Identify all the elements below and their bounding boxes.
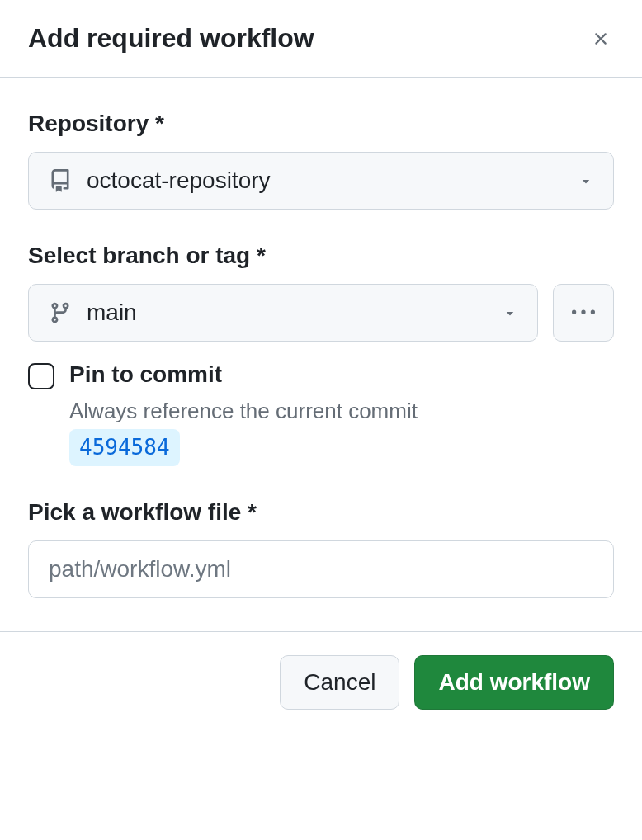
git-branch-icon xyxy=(49,301,72,324)
repository-label: Repository * xyxy=(28,111,614,137)
add-required-workflow-dialog: Add required workflow Repository * octoc… xyxy=(0,0,642,733)
repository-select[interactable]: octocat-repository xyxy=(28,152,614,210)
branch-select[interactable]: main xyxy=(28,284,538,342)
repository-value: octocat-repository xyxy=(87,168,564,194)
pin-to-commit-row: Pin to commit Always reference the curre… xyxy=(28,361,614,466)
branch-field: Select branch or tag * main xyxy=(28,243,614,466)
workflow-file-input[interactable] xyxy=(28,540,614,598)
repository-field: Repository * octocat-repository xyxy=(28,111,614,210)
add-workflow-button[interactable]: Add workflow xyxy=(414,655,614,710)
close-icon xyxy=(591,29,611,49)
workflow-file-field: Pick a workflow file * xyxy=(28,499,614,598)
caret-down-icon xyxy=(578,173,593,188)
branch-row: main xyxy=(28,284,614,342)
caret-down-icon xyxy=(503,305,517,320)
dialog-body: Repository * octocat-repository Select b… xyxy=(0,78,642,631)
workflow-file-label: Pick a workflow file * xyxy=(28,499,614,526)
pin-to-commit-content: Pin to commit Always reference the curre… xyxy=(69,361,614,466)
commit-sha-badge: 4594584 xyxy=(69,429,180,465)
cancel-button[interactable]: Cancel xyxy=(280,655,399,710)
dialog-footer: Cancel Add workflow xyxy=(0,631,642,733)
pin-description-text: Always reference the current commit xyxy=(69,399,418,423)
kebab-horizontal-icon xyxy=(572,301,595,324)
close-button[interactable] xyxy=(588,26,614,52)
branch-value: main xyxy=(87,300,488,326)
dialog-header: Add required workflow xyxy=(0,0,642,78)
branch-label: Select branch or tag * xyxy=(28,243,614,269)
branch-more-button[interactable] xyxy=(553,284,614,342)
dialog-title: Add required workflow xyxy=(28,23,314,54)
pin-to-commit-checkbox[interactable] xyxy=(28,363,54,389)
pin-to-commit-label: Pin to commit xyxy=(69,361,614,388)
repo-icon xyxy=(49,169,72,192)
pin-to-commit-description: Always reference the current commit 4594… xyxy=(69,396,614,466)
